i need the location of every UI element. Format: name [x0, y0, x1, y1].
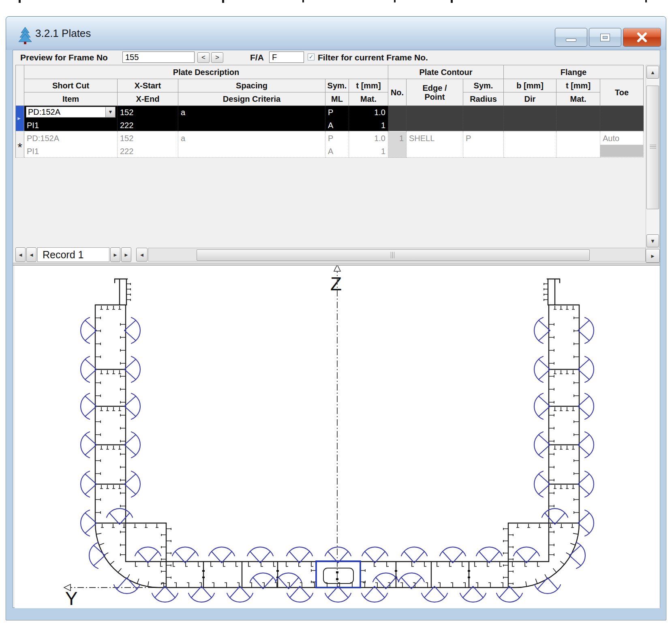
col-header-design-criteria[interactable]: Design Criteria [178, 92, 325, 106]
col-header-t[interactable]: t [mm] [349, 79, 388, 92]
table-horizontal-scrollbar[interactable] [148, 248, 646, 262]
col-header-xend[interactable]: X-End [118, 92, 178, 106]
clipped-text-fragment [451, 0, 453, 3]
cell-toe[interactable] [600, 106, 644, 132]
plate-seam-fan-icon [362, 547, 388, 563]
clipped-text-fragment [645, 0, 647, 2]
plate-seam-fan-icon [124, 317, 140, 343]
cell-spacing-dc[interactable]: a [178, 132, 325, 158]
clipped-text-fragment [222, 0, 224, 3]
clipped-text-fragment [19, 0, 21, 3]
col-header-item[interactable]: Item [24, 92, 118, 106]
chevron-down-icon[interactable]: ▼ [105, 107, 115, 117]
col-header-toe[interactable]: Toe [600, 79, 644, 106]
new-record-indicator: * [16, 132, 24, 158]
next-record-button[interactable]: ► [110, 247, 120, 262]
table-vertical-scrollbar[interactable]: ▲ ▼ [646, 65, 660, 248]
cell-t-mat[interactable]: 1.01 [349, 106, 388, 132]
plate-seam-fan-icon [287, 586, 313, 602]
cell-sym-radius[interactable] [463, 106, 504, 132]
minimize-button[interactable] [555, 28, 587, 47]
section-preview[interactable]: Z Y [15, 266, 660, 608]
maximize-button[interactable] [589, 28, 621, 47]
col-header-sym[interactable]: Sym. [325, 79, 349, 92]
scroll-down-button[interactable]: ▼ [646, 234, 659, 247]
cell-no[interactable] [388, 106, 407, 132]
plate-seam-fan-icon [152, 586, 178, 602]
plate-seam-fan-icon [534, 471, 550, 497]
col-header-dir[interactable]: Dir [504, 92, 556, 106]
plate-seam-fan-icon [578, 432, 594, 458]
plate-seam-fan-icon [542, 508, 568, 524]
scroll-grip-icon [391, 252, 396, 258]
cell-xstart-xend[interactable]: 152222 [118, 132, 178, 158]
plate-seam-fan-icon [497, 586, 522, 602]
col-header-xstart[interactable]: X-Start [118, 79, 178, 92]
col-header-shortcut[interactable]: Short Cut [24, 79, 118, 92]
fa-input[interactable] [269, 51, 304, 63]
scroll-up-button[interactable]: ▲ [646, 66, 659, 79]
clipped-text-fragment [394, 0, 396, 2]
frame-no-input[interactable] [122, 51, 195, 63]
cell-sym-ml[interactable]: PA [325, 106, 349, 132]
plate-seam-fan-icon [578, 317, 594, 343]
current-record-indicator: ► [16, 106, 24, 132]
cell-toe[interactable]: Auto [600, 132, 644, 158]
horizontal-scroll-thumb[interactable] [197, 249, 590, 261]
filter-checkbox[interactable]: ✓ [308, 54, 315, 60]
frame-no-label: Preview for Frame No [20, 53, 108, 62]
cell-t2-mat2[interactable] [556, 132, 600, 158]
vertical-scroll-thumb[interactable] [646, 86, 659, 209]
previous-record-button[interactable]: ◄ [26, 247, 36, 262]
close-icon [637, 32, 647, 42]
cell-xstart-xend[interactable]: 152222 [118, 106, 178, 132]
col-header-b[interactable]: b [mm] [504, 79, 556, 92]
col-header-ml[interactable]: ML [325, 92, 349, 106]
last-record-button[interactable]: ► [121, 247, 131, 262]
col-header-spacing[interactable]: Spacing [178, 79, 325, 92]
z-axis-label: Z [330, 273, 342, 294]
cell-shortcut-item[interactable]: PD:152API1 [24, 132, 118, 158]
cell-b-dir[interactable] [504, 106, 556, 132]
plate-seam-fan-icon [440, 547, 466, 563]
scroll-left-button[interactable]: ◄ [136, 248, 148, 262]
col-header-edge-point[interactable]: Edge / Point [407, 79, 463, 106]
cell-edge-point[interactable] [407, 106, 463, 132]
frame-prev-button[interactable]: < [197, 52, 210, 63]
cell-shortcut-item[interactable]: PD:152A ▼ PI1 [24, 106, 118, 132]
plate-seam-fan-icon [534, 432, 550, 458]
col-header-no[interactable]: No. [388, 79, 407, 106]
close-button[interactable] [623, 28, 661, 47]
cell-spacing-dc[interactable]: a [178, 106, 325, 132]
plate-seam-fan-icon [135, 547, 161, 563]
col-header-radius[interactable]: Radius [463, 92, 504, 106]
titlebar[interactable]: 3.2.1 Plates [6, 17, 666, 50]
plate-seam-fan-icon [578, 510, 594, 536]
shortcut-combobox[interactable]: PD:152A ▼ [26, 107, 116, 118]
cell-t2-mat2[interactable] [556, 106, 600, 132]
cell-no[interactable]: 1 [388, 132, 407, 158]
plate-seam-fan-icon [535, 578, 561, 594]
scroll-right-button[interactable]: ► [646, 249, 660, 263]
cell-sym-radius[interactable]: P [463, 132, 504, 158]
group-plate-description: Plate Description [24, 65, 388, 79]
first-record-button[interactable]: ◄ [15, 247, 26, 262]
col-header-sym2[interactable]: Sym. [463, 79, 504, 92]
plate-seam-fan-icon [422, 586, 447, 602]
cell-b-dir[interactable] [504, 132, 556, 158]
plate-seam-fan-icon [124, 432, 140, 458]
col-header-mat2[interactable]: Mat. [556, 92, 600, 106]
col-header-mat[interactable]: Mat. [349, 92, 388, 106]
plate-seam-fan-icon [81, 471, 96, 497]
plates-table: Plate Description Plate Contour Flange S… [15, 65, 644, 158]
plate-seam-fan-icon [188, 586, 214, 602]
frame-next-button[interactable]: > [211, 52, 223, 63]
cell-sym-ml[interactable]: PA [325, 132, 349, 158]
pane-splitter[interactable] [13, 263, 660, 266]
group-flange: Flange [504, 65, 644, 79]
plate-seam-fan-icon [124, 393, 140, 419]
cell-t-mat[interactable]: 1.01 [349, 132, 388, 158]
col-header-t2[interactable]: t [mm] [556, 79, 600, 92]
cell-edge-point[interactable]: SHELL [407, 132, 463, 158]
maximize-icon [601, 34, 610, 41]
